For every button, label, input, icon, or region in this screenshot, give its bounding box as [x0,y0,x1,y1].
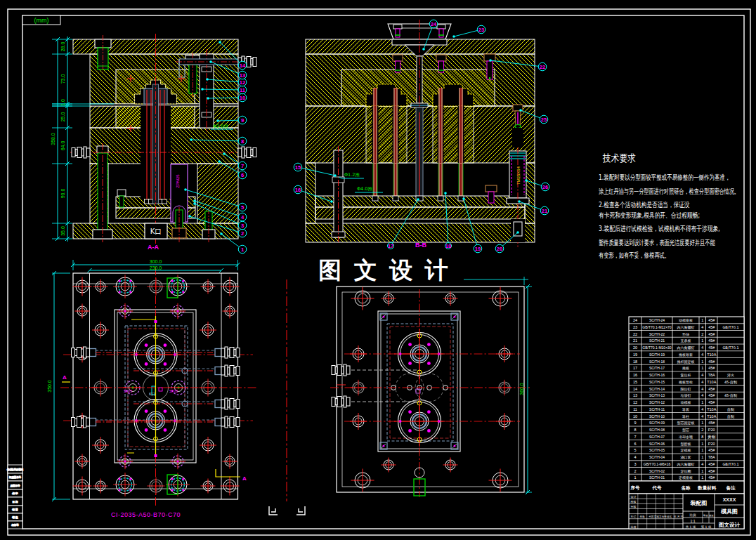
svg-text:导柱: 导柱 [682,414,689,419]
svg-text:45#: 45# [708,393,715,397]
svg-text:审核: 审核 [630,505,636,508]
svg-text:SC/TH-17: SC/TH-17 [649,366,665,370]
svg-text:10: 10 [240,95,245,101]
svg-text:21: 21 [633,338,637,343]
svg-text:第 1 张: 第 1 张 [701,525,712,529]
svg-text:SC/TH-18: SC/TH-18 [649,360,665,364]
svg-text:4: 4 [634,455,636,459]
svg-text:23: 23 [633,325,637,329]
svg-text:1: 1 [701,360,703,364]
svg-text:1: 1 [701,475,703,480]
svg-text:定模板: 定模板 [681,448,691,453]
svg-text:A-A: A-A [148,244,159,251]
svg-text:SC/TH-02: SC/TH-02 [649,469,665,473]
watermark-text: 图 文 设 计 [318,256,450,284]
svg-text:淬火: 淬火 [727,373,734,378]
svg-text:TM25X64: TM25X64 [516,166,521,185]
svg-text:SC/TH-08: SC/TH-08 [649,428,665,432]
svg-text:45#: 45# [708,475,715,480]
svg-text:SC/TH-10: SC/TH-10 [649,414,665,419]
svg-text:4: 4 [701,345,703,350]
svg-text:16: 16 [633,373,637,377]
svg-text:SC/TH-06: SC/TH-06 [649,442,665,446]
binding-edge-boxes: 借(通)用件登记旧底图总号底图总号签 字日 期描 图描 校复制号 [7,465,24,529]
svg-text:1: 1 [701,338,703,343]
svg-text:28.0: 28.0 [60,42,65,52]
svg-text:11: 11 [633,407,637,411]
svg-text:GB/T70.1: GB/T70.1 [722,325,738,329]
svg-text:230.0: 230.0 [150,265,162,270]
svg-text:校核: 校核 [630,500,636,503]
section-view-b: TM25X64Φ1.2推Φ4.0推B-B15161718192021222324… [294,20,549,253]
svg-text:24: 24 [633,318,637,322]
svg-text:描 校: 描 校 [13,516,18,519]
svg-text:Φ1.2推: Φ1.2推 [344,172,360,178]
svg-text:45#: 45# [708,332,715,336]
svg-text:8: 8 [634,428,636,432]
svg-text:25.0: 25.0 [60,112,65,122]
svg-text:45#: 45# [708,345,715,350]
svg-text:1: 1 [701,469,703,473]
svg-text:45-自制: 45-自制 [724,380,737,385]
svg-text:SC/TH-24: SC/TH-24 [649,318,665,322]
svg-text:签 字: 签 字 [13,492,18,495]
svg-text:1: 1 [701,421,703,425]
svg-text:16: 16 [295,187,301,193]
svg-text:6: 6 [634,442,636,446]
units-box: (mm) [22,15,60,25]
svg-text:年.月.日: 年.月.日 [674,515,683,518]
svg-text:图文设计: 图文设计 [719,522,741,528]
svg-text:24: 24 [431,21,437,27]
svg-text:序号: 序号 [630,485,641,491]
svg-text:45#: 45# [708,421,715,425]
svg-text:360.0: 360.0 [519,383,524,395]
svg-text:2.检查各个活动机构是否适当，保证没: 2.检查各个活动机构是否适当，保证没 [599,201,690,209]
svg-text:T10A: T10A [707,380,716,384]
svg-text:GB/T70.1-M12×70: GB/T70.1-M12×70 [642,325,671,329]
svg-text:73.0: 73.0 [60,74,65,84]
svg-text:模具图: 模具图 [720,508,738,515]
svg-text:64.0: 64.0 [60,141,65,151]
svg-text:T8A: T8A [708,455,715,459]
svg-text:17: 17 [633,366,637,370]
svg-text:推板导柱: 推板导柱 [679,380,693,384]
svg-text:B-B: B-B [415,242,426,249]
units-label: (mm) [34,17,49,24]
svg-text:支承板: 支承板 [681,338,691,343]
svg-text:K口: K口 [149,392,155,397]
svg-text:4: 4 [701,407,703,411]
svg-text:SC/TH-14: SC/TH-14 [649,387,665,391]
svg-text:T10A: T10A [707,353,716,357]
svg-text:动模板: 动模板 [681,400,691,404]
svg-text:45#: 45# [708,469,715,473]
svg-text:4: 4 [701,353,703,357]
svg-text:数量: 数量 [697,485,708,491]
svg-text:20: 20 [497,246,502,252]
svg-text:45#: 45# [708,325,715,329]
svg-text:SC/TH-15: SC/TH-15 [649,380,665,384]
svg-text:45#: 45# [708,400,715,404]
svg-text:300.0: 300.0 [150,259,162,264]
svg-text:底图总号: 底图总号 [11,485,20,487]
svg-text:日 期: 日 期 [13,501,18,503]
svg-text:推板导套: 推板导套 [679,353,693,357]
svg-text:Φ4.0推: Φ4.0推 [357,186,372,192]
svg-text:涂上红丹油与另一分型面进行对照研合，检查分型面密合情况。: 涂上红丹油与另一分型面进行对照研合，检查分型面密合情况。 [599,187,739,195]
svg-text:22: 22 [633,332,637,336]
svg-text:有卡死和变形现象,模具的开、合过程顺畅;: 有卡死和变形现象,模具的开、合过程顺畅; [599,211,700,219]
svg-text:A: A [63,374,67,381]
svg-text:代号: 代号 [652,485,663,491]
svg-text:4: 4 [701,373,703,377]
svg-text:导套: 导套 [682,407,689,411]
svg-text:冷却水嘴: 冷却水嘴 [679,435,693,439]
svg-text:45-自制: 45-自制 [724,393,737,398]
svg-text:推板: 推板 [682,366,689,370]
svg-text:22: 22 [540,64,545,70]
svg-text:GB/T70.1-M6×16: GB/T70.1-M6×16 [644,462,671,466]
svg-text:内六角螺钉: 内六角螺钉 [677,462,695,466]
svg-text:5: 5 [634,448,636,452]
svg-text:XXXX: XXXX [723,497,736,502]
svg-text:90.0: 90.0 [60,189,65,199]
svg-text:19: 19 [633,353,637,357]
svg-text:垃圾钉: 垃圾钉 [681,393,691,397]
